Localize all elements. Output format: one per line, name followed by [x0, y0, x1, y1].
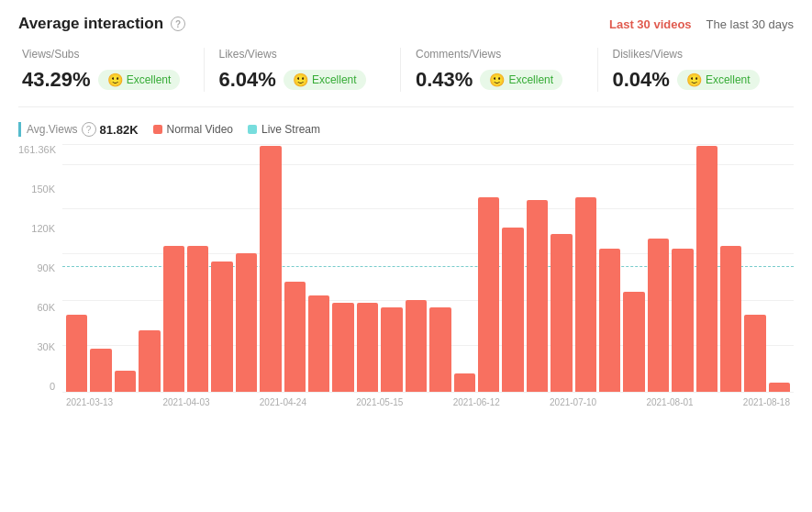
metric-badge-0: 🙂 Excellent [98, 70, 181, 90]
bar[interactable] [769, 383, 790, 392]
bar[interactable] [744, 315, 765, 392]
smiley-2: 🙂 [489, 72, 505, 87]
bar[interactable] [454, 373, 475, 392]
chart-inner [62, 144, 794, 392]
metric-item-2: Comments/Views 0.43% 🙂 Excellent [401, 48, 598, 92]
bar[interactable] [575, 197, 596, 393]
grid-line [62, 392, 794, 393]
bar[interactable] [429, 307, 450, 392]
metric-label-0: Views/Subs [22, 48, 189, 61]
chart-header: Avg.Views ? 81.82K Normal Video Live Str… [18, 122, 794, 137]
y-axis-label: 90K [18, 262, 55, 273]
metric-item-0: Views/Subs 43.29% 🙂 Excellent [18, 48, 205, 92]
metric-value-2: 0.43% [416, 68, 473, 92]
x-axis-label: 2021-06-12 [453, 397, 500, 407]
metrics-row: Views/Subs 43.29% 🙂 Excellent Likes/View… [18, 48, 794, 107]
y-axis-label: 161.36K [18, 144, 55, 155]
x-axis-label: 2021-08-01 [646, 397, 693, 407]
bar[interactable] [211, 262, 232, 392]
bar[interactable] [66, 315, 87, 392]
legend-live: Live Stream [248, 123, 320, 136]
legend-live-dot [248, 125, 257, 134]
bar[interactable] [648, 239, 669, 392]
last30videos-button[interactable]: Last 30 videos [609, 17, 692, 31]
bar[interactable] [260, 146, 281, 392]
smiley-0: 🙂 [107, 72, 123, 87]
bar[interactable] [478, 197, 499, 393]
last30days-button[interactable]: The last 30 days [706, 17, 794, 31]
bar[interactable] [599, 249, 620, 392]
y-axis: 161.36K150K120K90K60K30K0 [18, 144, 62, 392]
bar[interactable] [236, 253, 257, 392]
bar[interactable] [90, 349, 111, 392]
metric-badge-3: 🙂 Excellent [677, 70, 760, 90]
bar[interactable] [332, 303, 353, 392]
bar[interactable] [139, 330, 160, 392]
bar[interactable] [502, 228, 523, 392]
metric-item-1: Likes/Views 6.04% 🙂 Excellent [205, 48, 402, 92]
page-title: Average interaction [18, 15, 163, 33]
x-axis: 2021-03-132021-04-032021-04-242021-05-15… [62, 397, 794, 407]
bar[interactable] [381, 307, 402, 392]
bar[interactable] [284, 282, 306, 392]
y-axis-label: 60K [18, 302, 55, 313]
chart-area: 161.36K150K120K90K60K30K0 2021-03-132021… [18, 144, 794, 438]
x-axis-label: 2021-08-18 [743, 397, 790, 407]
x-axis-label: 2021-04-24 [260, 397, 306, 407]
y-axis-label: 30K [18, 341, 55, 352]
help-icon[interactable]: ? [171, 17, 185, 31]
bar[interactable] [672, 249, 693, 392]
bar[interactable] [720, 246, 741, 392]
y-axis-label: 0 [18, 381, 55, 392]
x-axis-label: 2021-04-03 [162, 397, 209, 407]
metric-badge-1: 🙂 Excellent [284, 70, 366, 90]
y-axis-label: 150K [18, 184, 55, 195]
bar[interactable] [163, 246, 184, 392]
bar[interactable] [406, 300, 427, 392]
metric-badge-2: 🙂 Excellent [480, 70, 562, 90]
avg-views-value: 81.82K [100, 123, 139, 137]
smiley-3: 🙂 [686, 72, 702, 87]
metric-value-3: 0.04% [613, 68, 670, 92]
x-axis-label: 2021-03-13 [66, 397, 113, 407]
bar[interactable] [623, 292, 644, 392]
bar[interactable] [187, 246, 208, 392]
x-axis-label: 2021-05-15 [356, 397, 403, 407]
page-header: Average interaction ? Last 30 videos The… [18, 15, 794, 33]
smiley-1: 🙂 [293, 72, 308, 87]
bars-container [62, 144, 794, 392]
avg-views-label: Avg.Views ? 81.82K [18, 122, 139, 137]
bar[interactable] [527, 200, 548, 392]
y-axis-label: 120K [18, 223, 55, 234]
bar[interactable] [308, 295, 329, 392]
bar[interactable] [115, 371, 136, 392]
bar[interactable] [696, 146, 717, 392]
x-axis-label: 2021-07-10 [550, 397, 596, 407]
metric-label-3: Dislikes/Views [613, 48, 780, 61]
bar[interactable] [551, 234, 572, 392]
legend-normal-dot [153, 125, 162, 134]
metric-value-0: 43.29% [22, 68, 91, 92]
bar[interactable] [357, 303, 378, 392]
metric-label-1: Likes/Views [219, 48, 386, 61]
metric-item-3: Dislikes/Views 0.04% 🙂 Excellent [598, 48, 795, 92]
avg-help-icon[interactable]: ? [82, 122, 96, 137]
metric-label-2: Comments/Views [416, 48, 583, 61]
metric-value-1: 6.04% [219, 68, 276, 92]
legend-normal: Normal Video [153, 123, 233, 136]
